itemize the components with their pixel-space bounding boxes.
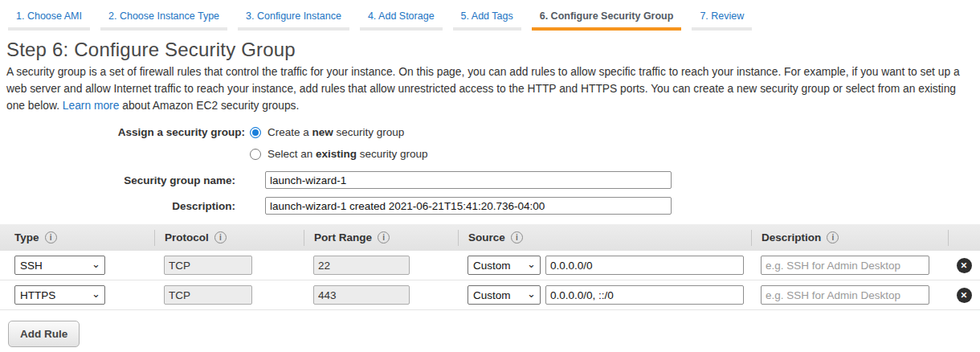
page-title: Step 6: Configure Security Group: [6, 39, 980, 61]
port-range-input: [313, 285, 410, 305]
delete-rule-icon[interactable]: ✕: [957, 258, 972, 273]
chevron-down-icon: ⌄: [92, 258, 100, 270]
column-header-description: Description i: [751, 230, 948, 246]
info-icon[interactable]: i: [45, 231, 57, 244]
chevron-down-icon: ⌄: [92, 288, 100, 300]
wizard-tabs: 1. Choose AMI2. Choose Instance Type3. C…: [0, 0, 980, 31]
protocol-input: [164, 285, 252, 305]
tab-6[interactable]: 6. Configure Security Group: [532, 6, 682, 31]
radio-button-selected[interactable]: [250, 127, 261, 138]
assign-security-group-label: Assign a security group:: [0, 126, 245, 138]
source-mode-select[interactable]: Custom ⌄: [468, 256, 541, 275]
security-rule-row: SSH ⌄ Custom ⌄ ✕: [0, 251, 980, 280]
port-range-input: [313, 256, 410, 275]
column-header-type: Type i: [0, 230, 154, 246]
radio-create-label: Create a new security group: [267, 126, 404, 138]
tab-3[interactable]: 3. Configure Instance: [238, 6, 349, 31]
info-icon[interactable]: i: [214, 231, 227, 244]
tab-7[interactable]: 7. Review: [692, 6, 752, 31]
type-select[interactable]: SSH ⌄: [14, 256, 105, 275]
rule-description-input[interactable]: [761, 285, 929, 305]
delete-rule-icon[interactable]: ✕: [957, 288, 972, 303]
column-header-source: Source i: [458, 230, 751, 246]
rules-rows: SSH ⌄ Custom ⌄ ✕ HTTPS ⌄: [0, 251, 980, 310]
chevron-down-icon: ⌄: [527, 258, 536, 270]
security-group-name-input[interactable]: [265, 171, 672, 189]
security-rule-row: HTTPS ⌄ Custom ⌄ ✕: [0, 280, 980, 310]
description-input[interactable]: [265, 197, 672, 215]
radio-existing-label: Select an existing security group: [267, 148, 428, 160]
column-header-actions: [948, 230, 980, 246]
source-mode-select[interactable]: Custom ⌄: [468, 285, 541, 305]
info-icon[interactable]: i: [827, 231, 839, 244]
radio-create-new-group[interactable]: Create a new security group: [250, 126, 428, 138]
intro-paragraph: A security group is a set of firewall ru…: [6, 63, 975, 114]
info-icon[interactable]: i: [511, 231, 523, 244]
tab-4[interactable]: 4. Add Storage: [360, 6, 443, 31]
security-group-name-label: Security group name:: [0, 174, 235, 186]
intro-text-after: about Amazon EC2 security groups.: [119, 100, 299, 112]
learn-more-link[interactable]: Learn more: [63, 100, 120, 112]
source-cidr-input[interactable]: [545, 256, 744, 275]
info-icon[interactable]: i: [378, 231, 390, 244]
description-label: Description:: [0, 200, 235, 212]
security-rules-table: Type i Protocol i Port Range i Source i …: [0, 224, 980, 310]
tab-1[interactable]: 1. Choose AMI: [8, 6, 90, 31]
protocol-input: [164, 256, 252, 275]
tab-2[interactable]: 2. Choose Instance Type: [100, 6, 227, 31]
type-select[interactable]: HTTPS ⌄: [14, 285, 105, 305]
chevron-down-icon: ⌄: [527, 288, 536, 300]
add-rule-button[interactable]: Add Rule: [8, 321, 80, 347]
source-cidr-input[interactable]: [545, 285, 744, 305]
radio-button-unselected[interactable]: [250, 149, 261, 160]
column-header-protocol: Protocol i: [154, 230, 304, 246]
rules-table-header: Type i Protocol i Port Range i Source i …: [0, 224, 980, 251]
radio-select-existing-group[interactable]: Select an existing security group: [250, 148, 428, 160]
tab-5[interactable]: 5. Add Tags: [453, 6, 521, 31]
security-group-form: Assign a security group: Create a new se…: [0, 126, 980, 215]
column-header-port-range: Port Range i: [304, 230, 458, 246]
rule-description-input[interactable]: [761, 256, 929, 275]
